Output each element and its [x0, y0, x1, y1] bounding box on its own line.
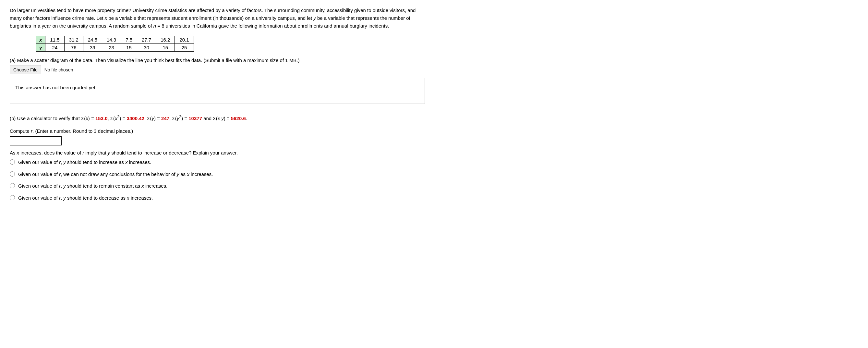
- radio-label-2: Given our value of r, we can not draw an…: [18, 171, 213, 178]
- radio-label-1: Given our value of r, y should tend to i…: [18, 159, 151, 166]
- y-val-4: 23: [102, 44, 121, 52]
- x-val-2: 31.2: [64, 36, 83, 44]
- radio-group: Given our value of r, y should tend to i…: [10, 159, 425, 202]
- part-b-text: (b) Use a calculator to verify that Σ(x)…: [10, 114, 425, 122]
- x-val-1: 11.5: [45, 36, 64, 44]
- radio-option-1[interactable]: Given our value of r, y should tend to i…: [10, 159, 425, 166]
- y-label: y: [36, 44, 45, 52]
- radio-input-1[interactable]: [10, 160, 15, 165]
- y-val-5: 15: [121, 44, 137, 52]
- file-upload-area: Choose File No file chosen: [10, 65, 425, 74]
- compute-r-input[interactable]: [10, 136, 62, 145]
- radio-input-3[interactable]: [10, 183, 15, 188]
- y-val-7: 15: [156, 44, 175, 52]
- part-b-section: (b) Use a calculator to verify that Σ(x)…: [10, 114, 425, 202]
- intro-paragraph: Do larger universities tend to have more…: [10, 6, 425, 30]
- y-val-2: 76: [64, 44, 83, 52]
- x-val-8: 20.1: [175, 36, 194, 44]
- no-file-text: No file chosen: [44, 67, 73, 72]
- part-a-section: (a) Make a scatter diagram of the data. …: [10, 57, 425, 104]
- radio-input-4[interactable]: [10, 195, 15, 200]
- x-label: x: [36, 36, 45, 44]
- x-val-4: 14.3: [102, 36, 121, 44]
- radio-option-2[interactable]: Given our value of r, we can not draw an…: [10, 171, 425, 178]
- x-val-6: 27.7: [137, 36, 156, 44]
- part-a-label: (a) Make a scatter diagram of the data. …: [10, 57, 425, 63]
- graded-message: This answer has not been graded yet.: [15, 85, 420, 90]
- as-x-increases-text: As x increases, does the value of r impl…: [10, 150, 425, 155]
- radio-label-3: Given our value of r, y should tend to r…: [18, 182, 167, 190]
- radio-label-4: Given our value of r, y should tend to d…: [18, 195, 153, 202]
- radio-option-4[interactable]: Given our value of r, y should tend to d…: [10, 195, 425, 202]
- y-val-6: 30: [137, 44, 156, 52]
- choose-file-button[interactable]: Choose File: [10, 65, 41, 74]
- radio-input-2[interactable]: [10, 171, 15, 177]
- y-val-1: 24: [45, 44, 64, 52]
- x-val-5: 7.5: [121, 36, 137, 44]
- radio-option-3[interactable]: Given our value of r, y should tend to r…: [10, 182, 425, 190]
- x-val-7: 16.2: [156, 36, 175, 44]
- y-val-3: 39: [83, 44, 102, 52]
- x-val-3: 24.5: [83, 36, 102, 44]
- y-val-8: 25: [175, 44, 194, 52]
- graded-answer-box: This answer has not been graded yet.: [10, 78, 425, 104]
- compute-label: Compute r. (Enter a number. Round to 3 d…: [10, 128, 425, 134]
- data-table: x 11.5 31.2 24.5 14.3 7.5 27.7 16.2 20.1…: [36, 36, 194, 52]
